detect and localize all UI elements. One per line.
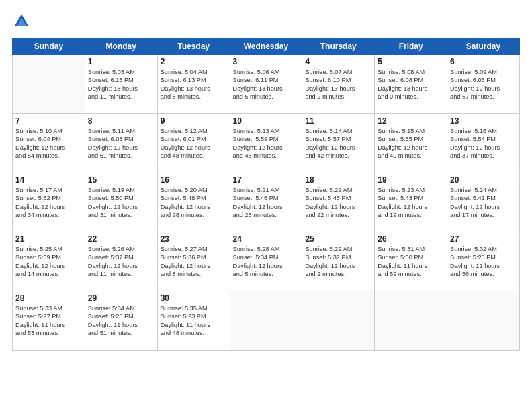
day-number: 26 xyxy=(378,234,444,244)
day-info: Sunrise: 5:17 AMSunset: 5:52 PMDaylight:… xyxy=(15,186,82,220)
day-cell-7: 7Sunrise: 5:10 AMSunset: 6:04 PMDaylight… xyxy=(13,114,85,173)
day-number: 7 xyxy=(15,116,82,126)
day-number: 20 xyxy=(450,175,517,185)
day-cell-27: 27Sunrise: 5:32 AMSunset: 5:28 PMDayligh… xyxy=(447,232,520,291)
day-info: Sunrise: 5:06 AMSunset: 6:11 PMDaylight:… xyxy=(233,68,300,101)
day-number: 17 xyxy=(233,175,300,185)
week-row-4: 21Sunrise: 5:25 AMSunset: 5:39 PMDayligh… xyxy=(13,232,520,291)
day-info: Sunrise: 5:23 AMSunset: 5:43 PMDaylight:… xyxy=(378,186,444,220)
day-info: Sunrise: 5:04 AMSunset: 6:13 PMDaylight:… xyxy=(161,68,227,101)
day-cell-2: 2Sunrise: 5:04 AMSunset: 6:13 PMDaylight… xyxy=(157,55,230,114)
header xyxy=(12,12,520,31)
day-number: 27 xyxy=(450,234,517,244)
day-cell-30: 30Sunrise: 5:35 AMSunset: 5:23 PMDayligh… xyxy=(157,291,230,351)
day-cell-8: 8Sunrise: 5:11 AMSunset: 6:03 PMDaylight… xyxy=(85,114,157,173)
day-number: 10 xyxy=(233,116,300,126)
day-cell-20: 20Sunrise: 5:24 AMSunset: 5:41 PMDayligh… xyxy=(447,173,520,232)
day-cell-1: 1Sunrise: 5:03 AMSunset: 6:15 PMDaylight… xyxy=(85,55,157,114)
day-number: 22 xyxy=(88,234,154,244)
day-number: 23 xyxy=(161,234,227,244)
day-number: 1 xyxy=(88,57,154,66)
day-info: Sunrise: 5:34 AMSunset: 5:25 PMDaylight:… xyxy=(88,304,154,338)
day-number: 2 xyxy=(161,57,227,66)
day-info: Sunrise: 5:16 AMSunset: 5:54 PMDaylight:… xyxy=(450,127,517,161)
day-header-friday: Friday xyxy=(375,38,447,55)
day-info: Sunrise: 5:27 AMSunset: 5:36 PMDaylight:… xyxy=(161,245,227,279)
day-cell-16: 16Sunrise: 5:20 AMSunset: 5:48 PMDayligh… xyxy=(157,173,230,232)
day-info: Sunrise: 5:10 AMSunset: 6:04 PMDaylight:… xyxy=(15,127,82,161)
day-info: Sunrise: 5:03 AMSunset: 6:15 PMDaylight:… xyxy=(88,68,154,101)
day-cell-14: 14Sunrise: 5:17 AMSunset: 5:52 PMDayligh… xyxy=(13,173,85,232)
day-cell-12: 12Sunrise: 5:15 AMSunset: 5:55 PMDayligh… xyxy=(375,114,447,173)
day-number: 25 xyxy=(305,234,371,244)
day-cell-empty xyxy=(375,291,447,351)
day-info: Sunrise: 5:14 AMSunset: 5:57 PMDaylight:… xyxy=(305,127,371,161)
day-header-sunday: Sunday xyxy=(13,38,85,55)
day-cell-empty xyxy=(302,291,375,351)
day-info: Sunrise: 5:35 AMSunset: 5:23 PMDaylight:… xyxy=(161,304,227,338)
logo xyxy=(12,12,34,31)
day-number: 16 xyxy=(161,175,227,185)
day-info: Sunrise: 5:11 AMSunset: 6:03 PMDaylight:… xyxy=(88,127,154,161)
day-cell-empty xyxy=(447,291,520,351)
logo-icon xyxy=(12,12,31,31)
day-number: 21 xyxy=(15,234,82,244)
day-cell-empty xyxy=(13,55,85,114)
day-number: 3 xyxy=(233,57,300,66)
day-number: 4 xyxy=(305,57,371,66)
day-number: 12 xyxy=(378,116,444,126)
day-number: 24 xyxy=(233,234,300,244)
day-number: 30 xyxy=(161,293,227,303)
day-info: Sunrise: 5:08 AMSunset: 6:08 PMDaylight:… xyxy=(378,68,444,101)
day-info: Sunrise: 5:31 AMSunset: 5:30 PMDaylight:… xyxy=(378,245,444,279)
day-cell-6: 6Sunrise: 5:09 AMSunset: 6:06 PMDaylight… xyxy=(447,55,520,114)
day-info: Sunrise: 5:15 AMSunset: 5:55 PMDaylight:… xyxy=(378,127,444,161)
day-header-saturday: Saturday xyxy=(447,38,520,55)
day-cell-26: 26Sunrise: 5:31 AMSunset: 5:30 PMDayligh… xyxy=(375,232,447,291)
day-info: Sunrise: 5:13 AMSunset: 5:59 PMDaylight:… xyxy=(233,127,300,161)
day-info: Sunrise: 5:26 AMSunset: 5:37 PMDaylight:… xyxy=(88,245,154,279)
day-cell-9: 9Sunrise: 5:12 AMSunset: 6:01 PMDaylight… xyxy=(157,114,230,173)
day-cell-22: 22Sunrise: 5:26 AMSunset: 5:37 PMDayligh… xyxy=(85,232,157,291)
week-row-5: 28Sunrise: 5:33 AMSunset: 5:27 PMDayligh… xyxy=(13,291,520,351)
day-cell-17: 17Sunrise: 5:21 AMSunset: 5:46 PMDayligh… xyxy=(230,173,302,232)
day-number: 8 xyxy=(88,116,154,126)
day-cell-24: 24Sunrise: 5:28 AMSunset: 5:34 PMDayligh… xyxy=(230,232,302,291)
day-header-thursday: Thursday xyxy=(302,38,375,55)
day-info: Sunrise: 5:21 AMSunset: 5:46 PMDaylight:… xyxy=(233,186,300,220)
day-cell-5: 5Sunrise: 5:08 AMSunset: 6:08 PMDaylight… xyxy=(375,55,447,114)
day-info: Sunrise: 5:22 AMSunset: 5:45 PMDaylight:… xyxy=(305,186,371,220)
page: SundayMondayTuesdayWednesdayThursdayFrid… xyxy=(0,0,532,411)
day-header-wednesday: Wednesday xyxy=(230,38,302,55)
day-cell-23: 23Sunrise: 5:27 AMSunset: 5:36 PMDayligh… xyxy=(157,232,230,291)
day-cell-28: 28Sunrise: 5:33 AMSunset: 5:27 PMDayligh… xyxy=(13,291,85,351)
day-number: 5 xyxy=(378,57,444,66)
day-info: Sunrise: 5:24 AMSunset: 5:41 PMDaylight:… xyxy=(450,186,517,220)
day-number: 11 xyxy=(305,116,371,126)
header-row: SundayMondayTuesdayWednesdayThursdayFrid… xyxy=(13,38,520,55)
day-number: 19 xyxy=(378,175,444,185)
calendar-table: SundayMondayTuesdayWednesdayThursdayFrid… xyxy=(12,38,520,351)
day-number: 15 xyxy=(88,175,154,185)
day-cell-4: 4Sunrise: 5:07 AMSunset: 6:10 PMDaylight… xyxy=(302,55,375,114)
day-info: Sunrise: 5:12 AMSunset: 6:01 PMDaylight:… xyxy=(161,127,227,161)
day-cell-15: 15Sunrise: 5:19 AMSunset: 5:50 PMDayligh… xyxy=(85,173,157,232)
day-cell-10: 10Sunrise: 5:13 AMSunset: 5:59 PMDayligh… xyxy=(230,114,302,173)
week-row-1: 1Sunrise: 5:03 AMSunset: 6:15 PMDaylight… xyxy=(13,55,520,114)
day-cell-13: 13Sunrise: 5:16 AMSunset: 5:54 PMDayligh… xyxy=(447,114,520,173)
day-number: 29 xyxy=(88,293,154,303)
day-info: Sunrise: 5:28 AMSunset: 5:34 PMDaylight:… xyxy=(233,245,300,279)
day-header-tuesday: Tuesday xyxy=(157,38,230,55)
day-cell-19: 19Sunrise: 5:23 AMSunset: 5:43 PMDayligh… xyxy=(375,173,447,232)
day-number: 6 xyxy=(450,57,517,66)
day-info: Sunrise: 5:33 AMSunset: 5:27 PMDaylight:… xyxy=(15,304,82,338)
day-info: Sunrise: 5:09 AMSunset: 6:06 PMDaylight:… xyxy=(450,68,517,101)
day-cell-29: 29Sunrise: 5:34 AMSunset: 5:25 PMDayligh… xyxy=(85,291,157,351)
day-number: 14 xyxy=(15,175,82,185)
week-row-2: 7Sunrise: 5:10 AMSunset: 6:04 PMDaylight… xyxy=(13,114,520,173)
day-number: 9 xyxy=(161,116,227,126)
day-header-monday: Monday xyxy=(85,38,157,55)
day-cell-25: 25Sunrise: 5:29 AMSunset: 5:32 PMDayligh… xyxy=(302,232,375,291)
day-number: 18 xyxy=(305,175,371,185)
day-info: Sunrise: 5:20 AMSunset: 5:48 PMDaylight:… xyxy=(161,186,227,220)
